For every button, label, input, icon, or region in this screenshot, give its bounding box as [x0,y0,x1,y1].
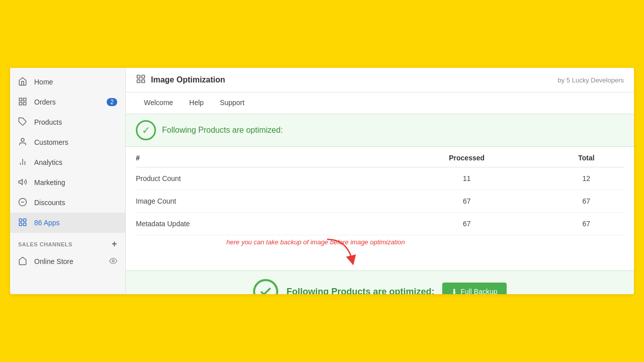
sidebar-item-customers[interactable]: Customers [10,132,125,152]
svg-rect-15 [24,223,26,226]
stats-table: # Processed Total Product Count 11 12 Im… [126,147,634,235]
check-circle-top: ✓ [136,120,156,140]
online-store-icon [18,256,28,266]
sidebar-item-products[interactable]: Products [10,112,125,132]
svg-point-5 [21,138,24,141]
svg-rect-13 [24,219,26,221]
svg-rect-0 [19,98,22,101]
sidebar-item-home[interactable]: Home [10,72,125,92]
svg-rect-2 [19,103,22,105]
app-header: Image Optimization by 5 Lucky Developers [126,68,634,93]
app-container: Home Orders 2 Products Customers Analy [10,68,634,294]
main-content: Image Optimization by 5 Lucky Developers… [126,68,634,294]
orders-badge: 2 [107,98,117,106]
sales-channels-label: SALES CHANNELS [18,241,72,247]
backup-icon: ⬇ [451,288,457,294]
row-metadata-processed: 67 [385,213,549,235]
col-total: Total [549,147,624,167]
sidebar-apps-label: 86 Apps [34,219,60,227]
table-row: Image Count 67 67 [136,190,624,213]
sales-channels-header: SALES CHANNELS + [10,233,125,252]
row-metadata-total: 67 [549,213,624,235]
top-banner-text: Following Products are optimized: [162,126,283,135]
table-row: Metadata Update 67 67 [136,213,624,235]
svg-rect-17 [137,75,140,78]
app-header-left: Image Optimization [136,74,225,86]
svg-rect-3 [24,103,26,105]
col-processed: Processed [385,147,549,167]
tabs-bar: Welcome Help Support [126,93,634,114]
check-circle-bottom [253,279,278,294]
svg-rect-20 [142,80,145,83]
marketing-icon [18,177,28,188]
row-image-count-label: Image Count [136,190,385,213]
sidebar-item-online-store[interactable]: Online Store [10,252,125,270]
sidebar-item-orders[interactable]: Orders 2 [10,92,125,112]
sidebar-item-analytics[interactable]: Analytics [10,152,125,172]
customers-icon [18,137,28,147]
bottom-green-banner: Following Products are optimized: ⬇ Full… [126,270,634,294]
svg-rect-14 [19,223,22,226]
sidebar-products-label: Products [34,118,62,126]
sidebar-item-marketing[interactable]: Marketing [10,172,125,193]
svg-rect-19 [137,80,140,83]
annotation-area: here you can take backup of image before… [136,235,624,270]
analytics-icon [18,157,28,167]
products-icon [18,117,28,127]
annotation-arrow [287,235,387,268]
add-sales-channel-icon[interactable]: + [112,239,117,249]
row-product-count-processed: 11 [385,167,549,190]
eye-icon[interactable] [109,257,117,266]
table-row: Product Count 11 12 [136,167,624,190]
optimized-text: Following Products are optimized: [286,287,434,295]
app-by-label: by 5 Lucky Developers [557,76,624,84]
sidebar-item-apps[interactable]: 86 Apps [10,213,125,233]
sidebar-customers-label: Customers [34,138,68,146]
full-backup-label: Full Backup [460,288,497,294]
row-metadata-label: Metadata Update [136,213,385,235]
sidebar-discounts-label: Discounts [34,199,65,207]
row-product-count-label: Product Count [136,167,385,190]
tab-welcome[interactable]: Welcome [136,93,181,114]
svg-marker-9 [19,179,23,185]
sidebar-orders-label: Orders [34,98,56,106]
tab-support[interactable]: Support [212,93,253,114]
row-product-count-total: 12 [549,167,624,190]
full-backup-button[interactable]: ⬇ Full Backup [442,283,506,294]
orders-icon [18,97,28,107]
sidebar-marketing-label: Marketing [34,178,65,187]
col-hash: # [136,147,385,167]
row-image-count-processed: 67 [385,190,549,213]
sidebar-home-label: Home [34,78,53,86]
app-title: Image Optimization [151,75,225,84]
sidebar: Home Orders 2 Products Customers Analy [10,68,126,294]
svg-rect-1 [24,98,26,101]
discounts-icon [18,198,28,208]
svg-rect-12 [19,219,22,221]
tab-help[interactable]: Help [181,93,212,114]
online-store-label: Online Store [34,257,73,265]
home-icon [18,77,28,87]
svg-rect-18 [142,75,145,78]
sidebar-item-discounts[interactable]: Discounts [10,193,125,213]
apps-icon [18,218,28,228]
top-green-banner: ✓ Following Products are optimized: [126,114,634,147]
content-area: ✓ Following Products are optimized: # Pr… [126,114,634,294]
svg-point-16 [112,260,114,262]
row-image-count-total: 67 [549,190,624,213]
sidebar-analytics-label: Analytics [34,158,62,166]
app-grid-icon [136,74,146,86]
